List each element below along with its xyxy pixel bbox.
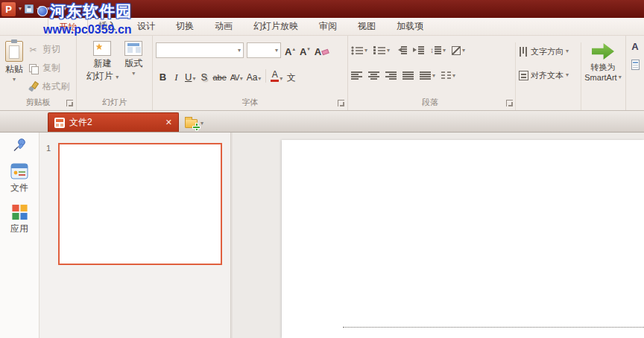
tab-insert[interactable]: 插入 (88, 18, 127, 35)
left-sidebar: 文件 应用 (0, 133, 40, 338)
copy-label: 复制 (42, 62, 60, 74)
undo-icon[interactable]: ↶ (37, 4, 44, 13)
text-direction-button[interactable]: 文字方向 ▾ (519, 42, 581, 60)
decrease-indent-icon (396, 46, 407, 54)
text-shadow-button[interactable]: S (198, 68, 209, 83)
app-logo[interactable]: P (1, 2, 16, 16)
tab-design[interactable]: 设计 (127, 18, 165, 35)
paragraph-dialog-launcher[interactable] (506, 100, 513, 106)
task-pane-clipboard-button[interactable] (631, 60, 640, 72)
shading-icon (452, 46, 461, 55)
clipboard-group-label: 剪贴板 (0, 97, 76, 108)
grow-font-button[interactable]: A▴ (284, 43, 296, 58)
sidebar-item-file[interactable]: 文件 (10, 163, 28, 194)
bullets-button[interactable]: ▾ (351, 46, 367, 55)
document-tab-active[interactable]: 文件2 ✕ (48, 112, 179, 132)
align-left-button[interactable] (351, 71, 362, 80)
smartart-icon (592, 42, 614, 60)
align-right-icon (385, 71, 397, 80)
columns-icon (441, 71, 451, 80)
save-icon[interactable] (25, 4, 34, 13)
align-center-button[interactable] (368, 71, 379, 80)
font-group-label: 字体 (153, 97, 347, 108)
close-tab-icon[interactable]: ✕ (165, 118, 172, 127)
underline-button[interactable]: U▾ (184, 68, 196, 83)
new-tab-dropdown-icon: ▾ (201, 121, 203, 127)
cut-button[interactable]: ✂ 剪切 (28, 40, 69, 59)
smartart-dropdown-icon: ▾ (619, 74, 622, 80)
numbering-dropdown-icon: ▾ (387, 48, 390, 54)
tab-animation[interactable]: 动画 (204, 18, 243, 35)
align-left-icon (351, 71, 362, 80)
text-direction-dropdown-icon: ▾ (566, 48, 569, 54)
character-spacing-button[interactable]: AV▾ (230, 68, 244, 83)
paste-label: 粘贴 (5, 64, 23, 74)
justify-button[interactable] (402, 71, 414, 80)
tab-addins[interactable]: 加载项 (386, 18, 434, 35)
font-dialog-launcher[interactable] (338, 100, 344, 106)
plus-icon (193, 124, 200, 130)
font-color-letter: A (272, 70, 278, 79)
app-menu-dropdown-icon[interactable]: ▾ (19, 6, 22, 12)
align-right-button[interactable] (385, 71, 397, 80)
font-color-dropdown-icon: ▾ (280, 76, 282, 82)
format-painter-label: 格式刷 (42, 80, 69, 93)
strikethrough-button[interactable]: abe (212, 68, 227, 83)
justify-icon (402, 71, 414, 80)
shading-button[interactable]: ▾ (452, 46, 465, 55)
distribute-text-button[interactable]: ▾ (420, 71, 435, 80)
task-pane-styles-button[interactable]: A (631, 42, 638, 51)
layout-button[interactable]: 版式 ▾ (122, 37, 145, 82)
slide-thumbnail-panel: 1 (40, 133, 231, 338)
slide-canvas[interactable] (282, 140, 644, 338)
pin-button[interactable] (13, 135, 26, 153)
document-tab-label: 文件2 (69, 116, 161, 129)
format-painter-button[interactable]: 格式刷 (28, 77, 69, 96)
shading-dropdown-icon: ▾ (462, 48, 465, 54)
undo-dropdown-icon[interactable]: ▾ (47, 6, 50, 12)
sidebar-item-apps[interactable]: 应用 (10, 204, 28, 235)
clipboard-group: 粘贴 ▾ ✂ 剪切 复制 格式刷 (0, 36, 77, 110)
change-case-button[interactable]: Aa▾ (246, 68, 262, 83)
main-area: 文件 应用 1 (0, 133, 644, 338)
shrink-font-button[interactable]: A▾ (299, 43, 311, 58)
bold-button[interactable]: B (157, 68, 168, 83)
font-size-dropdown-icon: ▾ (274, 48, 279, 54)
convert-to-smartart-button[interactable]: 转换为 SmartArt▾ (581, 42, 625, 110)
phonetic-guide-button[interactable]: 文 (285, 68, 297, 83)
change-case-dropdown-icon: ▾ (258, 76, 261, 82)
align-text-button[interactable]: 对齐文本 ▾ (519, 66, 581, 84)
font-name-select[interactable]: ▾ (156, 42, 244, 58)
paste-button[interactable]: 粘贴 ▾ (3, 37, 25, 96)
layout-label: 版式 (124, 58, 142, 68)
numbering-button[interactable]: ▾ (373, 46, 390, 55)
tab-view[interactable]: 视图 (347, 18, 386, 35)
columns-button[interactable]: ▾ (441, 71, 455, 80)
eraser-icon (321, 48, 329, 55)
underline-dropdown-icon: ▾ (192, 76, 195, 82)
clear-formatting-button[interactable]: A (314, 43, 329, 58)
line-spacing-arrows-icon: ↕ (430, 47, 434, 54)
decrease-indent-button[interactable] (396, 46, 407, 54)
tab-review[interactable]: 审阅 (309, 18, 347, 35)
tab-home[interactable]: 开始 (48, 18, 88, 35)
line-spacing-button[interactable]: ↕▾ (430, 46, 446, 54)
new-slide-dropdown-icon: ▾ (116, 74, 119, 80)
increase-indent-button[interactable] (413, 46, 424, 54)
bullets-dropdown-icon: ▾ (364, 48, 367, 54)
qat-customize-dropdown-icon[interactable]: ▾ (63, 6, 66, 12)
align-text-icon (519, 71, 528, 80)
slide-thumbnail-1[interactable] (58, 143, 222, 265)
new-slide-button[interactable]: 新建 幻灯片 ▾ (84, 37, 121, 82)
italic-button[interactable]: I (171, 68, 182, 83)
redo-icon[interactable]: ↷ (53, 4, 60, 13)
font-color-bar-icon (271, 80, 279, 82)
font-color-button[interactable]: A▾ (270, 68, 283, 83)
line-spacing-lines-icon (435, 46, 441, 54)
copy-button[interactable]: 复制 (28, 59, 69, 77)
tab-slideshow[interactable]: 幻灯片放映 (243, 18, 309, 35)
new-document-tab-button[interactable]: ▾ (185, 119, 203, 128)
tab-transitions[interactable]: 切换 (165, 18, 204, 35)
font-size-select[interactable]: ▾ (247, 42, 281, 58)
clipboard-dialog-launcher[interactable] (66, 100, 73, 106)
